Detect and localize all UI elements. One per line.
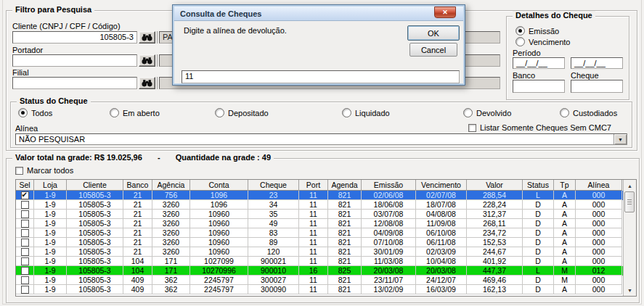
row-checkbox[interactable] xyxy=(21,286,29,294)
cell-cliente: 105805-3 xyxy=(67,200,123,210)
table-row[interactable]: 1-9105805-340936222457973000271182123/11… xyxy=(16,276,623,285)
table-row[interactable]: 1-9105805-3104171102709969000101682520/0… xyxy=(16,266,623,276)
status-radio-todos[interactable]: Todos xyxy=(18,108,52,117)
scrollbar-up-button[interactable]: ▲ xyxy=(624,181,636,191)
filial-input[interactable] xyxy=(12,77,137,89)
cell-agenda: 821 xyxy=(328,247,362,257)
filter-groupbox-title: Filtro para Pesquisa xyxy=(12,5,94,14)
row-checkbox[interactable] xyxy=(21,210,29,218)
cell-status: L xyxy=(523,191,554,200)
cell-banco: 104 xyxy=(123,266,152,276)
table-row[interactable]: 1-9105805-321326010960831182104/09/0806/… xyxy=(16,228,623,238)
details-radio-vencimento[interactable]: Vencimento xyxy=(515,37,570,46)
column-header-banco[interactable]: Banco xyxy=(123,180,152,191)
cell-emissão: 13/02/09 xyxy=(362,285,416,294)
cell-port: 11 xyxy=(299,238,328,247)
cell-emissão: 03/07/08 xyxy=(362,210,416,219)
grid-count-label: Quantidade na grade : 49 xyxy=(176,153,271,162)
cliente-search-button[interactable] xyxy=(139,31,155,44)
table-row[interactable]: 1-9105805-310417110270999000211182111/03… xyxy=(16,257,623,266)
column-header-status[interactable]: Status xyxy=(523,180,554,191)
radio-icon xyxy=(560,108,569,117)
row-checkbox[interactable] xyxy=(21,191,29,199)
status-radio-devolvido[interactable]: Devolvido xyxy=(463,108,511,117)
cell-banco: 21 xyxy=(123,210,152,219)
grid-vertical-scrollbar[interactable]: ▲ ▼ xyxy=(623,180,636,296)
table-row[interactable]: 1-9105805-3213260109601201182130/01/0902… xyxy=(16,247,623,257)
status-radio-liquidado[interactable]: Liquidado xyxy=(342,108,390,117)
column-header-cheque[interactable]: Cheque xyxy=(248,180,299,191)
banco-input[interactable] xyxy=(513,80,565,93)
ok-button[interactable]: OK xyxy=(407,25,460,41)
select-all-checkbox[interactable]: Marcar todos xyxy=(15,166,73,175)
cell-agência: 171 xyxy=(152,257,190,266)
cell-cheque: 35 xyxy=(248,210,299,219)
cell-tp: A xyxy=(554,210,576,219)
close-button[interactable]: ✕ xyxy=(434,7,456,18)
grid-header-row: SelLojaClienteBancoAgênciaContaChequePor… xyxy=(16,180,623,191)
combobox-dropdown-button[interactable]: ▼ xyxy=(614,134,627,144)
ok-button-label: OK xyxy=(428,29,439,38)
cell-port: 11 xyxy=(299,247,328,257)
row-checkbox[interactable] xyxy=(21,229,29,237)
status-radio-em-aberto[interactable]: Em aberto xyxy=(110,108,160,117)
row-checkbox[interactable] xyxy=(21,257,29,265)
cell-cheque: 300027 xyxy=(248,276,299,285)
scrollbar-thumb[interactable] xyxy=(624,191,635,212)
row-checkbox[interactable] xyxy=(21,276,29,284)
cell-alínea: 000 xyxy=(576,257,622,266)
column-header-agência[interactable]: Agência xyxy=(152,180,190,191)
table-row[interactable]: 1-9105805-321326010960491182112/08/0811/… xyxy=(16,219,623,228)
cmc7-checkbox-box[interactable] xyxy=(468,124,476,132)
portador-search-button[interactable] xyxy=(139,54,155,67)
details-radio-emissão[interactable]: Emissão xyxy=(515,26,559,36)
periodo-from-input[interactable]: __/__/__ xyxy=(513,57,565,69)
consulta-cheques-dialog: Consulta de Cheques ✕ Digite a alínea de… xyxy=(172,4,465,86)
column-header-conta[interactable]: Conta xyxy=(190,180,248,191)
cell-agenda: 821 xyxy=(328,228,362,238)
column-header-port[interactable]: Port xyxy=(299,180,328,191)
alinea-dialog-input[interactable]: 11 xyxy=(182,70,460,83)
cell-agenda: 821 xyxy=(328,285,362,294)
row-checkbox[interactable] xyxy=(21,239,29,247)
status-radio-custodiados[interactable]: Custodiados xyxy=(560,108,617,117)
cell-tp: A xyxy=(554,257,576,266)
portador-input[interactable] xyxy=(12,54,137,67)
row-checkbox[interactable] xyxy=(21,220,29,228)
cancel-button[interactable]: Cancel xyxy=(409,43,457,57)
column-header-alínea[interactable]: Alínea xyxy=(576,180,622,191)
table-row[interactable]: 1-9105805-321326010960351182103/07/0804/… xyxy=(16,210,623,219)
column-header-loja[interactable]: Loja xyxy=(34,180,67,191)
cell-status: L xyxy=(523,266,554,276)
cell-agenda: 821 xyxy=(328,276,362,285)
column-header-emissão[interactable]: Emissão xyxy=(362,180,416,191)
table-row[interactable]: 1-9105805-321326010960891182107/10/0806/… xyxy=(16,238,623,247)
status-radio-depositado[interactable]: Depositado xyxy=(215,108,269,117)
column-header-tp[interactable]: Tp xyxy=(554,180,576,191)
table-row[interactable]: 1-9105805-3217561096231182102/06/0802/07… xyxy=(16,191,623,200)
cmc7-checkbox[interactable]: Listar Somente Cheques Sem CMC7 xyxy=(468,123,611,132)
table-row[interactable]: 1-9105805-340936222457973000901182113/02… xyxy=(16,285,623,294)
cell-cheque: 900021 xyxy=(248,257,299,266)
column-header-cliente[interactable]: Cliente xyxy=(67,180,123,191)
alinea-combobox[interactable]: NÃO PESQUISAR ▼ xyxy=(15,133,627,145)
filial-search-button[interactable] xyxy=(139,77,155,89)
cheque-input[interactable] xyxy=(571,80,623,93)
radio-icon xyxy=(515,26,525,36)
cell-cliente: 105805-3 xyxy=(67,210,123,219)
periodo-to-input[interactable]: __/__/__ xyxy=(571,57,623,69)
column-header-agenda[interactable]: Agenda xyxy=(328,180,362,191)
periodo-label: Período xyxy=(513,49,541,57)
dialog-titlebar[interactable]: Consulta de Cheques xyxy=(174,7,463,21)
scrollbar-down-button[interactable]: ▼ xyxy=(624,285,636,295)
table-row[interactable]: 1-9105805-32132601096341182118/06/0818/0… xyxy=(16,200,623,210)
row-checkbox[interactable] xyxy=(21,267,29,275)
row-checkbox[interactable] xyxy=(21,248,29,256)
column-header-sel[interactable]: Sel xyxy=(16,180,34,191)
column-header-vencimento[interactable]: Vencimento xyxy=(416,180,467,191)
row-checkbox[interactable] xyxy=(21,201,29,209)
cliente-code-input[interactable]: 105805-3 xyxy=(12,31,137,44)
column-header-valor[interactable]: Valor xyxy=(467,180,523,191)
select-all-checkbox-box[interactable] xyxy=(15,167,23,175)
alinea-label: Alínea xyxy=(15,124,38,133)
